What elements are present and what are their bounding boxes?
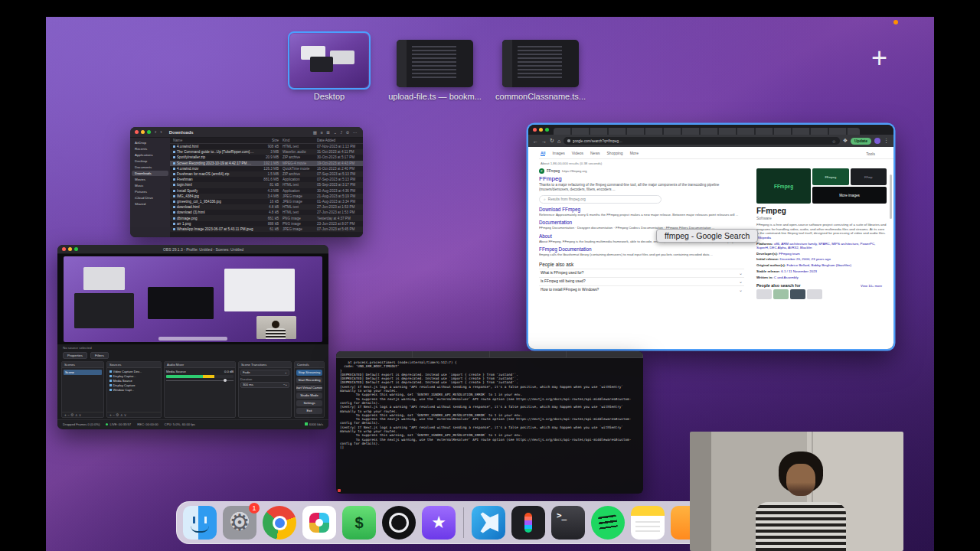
result-title-link[interactable]: FFmpeg: [539, 175, 744, 182]
space-preview[interactable]: [290, 34, 368, 87]
chevron-down-icon[interactable]: ⌄: [739, 279, 743, 284]
file-row[interactable]: Freshman for macOS (arm64).zip 1.5 MB ZI…: [170, 171, 363, 177]
dock-item[interactable]: [631, 506, 665, 540]
obs-control-button[interactable]: Settings: [296, 400, 322, 407]
file-row[interactable]: gmeeting_col_1_954336.jpg 16 kB JPEG ima…: [170, 199, 363, 204]
back-icon[interactable]: ‹: [155, 129, 156, 135]
kp-fact-value[interactable]: C and Assembly: [774, 276, 799, 279]
sidebar-item[interactable]: Documents: [132, 165, 168, 170]
knowledge-panel-images[interactable]: FFmpeg FFmpeg FFmp More images: [756, 168, 887, 204]
dock-item[interactable]: [422, 506, 456, 540]
dock-item[interactable]: [342, 506, 376, 540]
source-action-button[interactable]: Properties: [63, 352, 87, 359]
bookmark-star-icon[interactable]: ☆: [831, 139, 835, 144]
google-tools[interactable]: Tools: [866, 152, 875, 156]
file-row[interactable]: 4.unwind.mov 126.3 MB QuickTime movie 16…: [170, 166, 363, 171]
sidebar-item[interactable]: Pictures: [132, 189, 168, 194]
dock-item[interactable]: 1: [223, 506, 256, 540]
google-nav-tab[interactable]: News: [590, 151, 600, 156]
dock-item[interactable]: [511, 506, 545, 540]
volume-slider[interactable]: [166, 380, 234, 382]
obs-control-button[interactable]: Start Virtual Camera: [296, 385, 322, 392]
google-nav-tab[interactable]: All: [541, 151, 545, 156]
google-nav-tab[interactable]: Shopping: [607, 151, 623, 156]
source-item[interactable]: Window Capt...: [109, 388, 159, 393]
dock-item[interactable]: [551, 506, 585, 540]
file-row[interactable]: arr 1.png 888 kB PNG image 23-Jun-2023 a…: [170, 221, 363, 227]
people-also-ask-item[interactable]: What is FFmpeg used for? ⌄: [539, 269, 744, 277]
file-row[interactable]: IMG_4384.jpg 3.4 MB JPEG image 21-Aug-20…: [170, 194, 363, 199]
terminal-tab[interactable]: [490, 351, 567, 357]
kp-fact-value[interactable]: December 20, 2000; 23 years ago: [780, 257, 831, 261]
sub-result-link[interactable]: FFmpeg Documentation: [539, 246, 744, 252]
kp-image-tile[interactable]: FFmp: [851, 168, 887, 185]
forward-icon[interactable]: ›: [160, 129, 162, 135]
extensions-icon[interactable]: ❖: [843, 138, 848, 144]
slider-knob[interactable]: [224, 379, 227, 382]
sidebar-item[interactable]: Desktop: [132, 158, 168, 164]
chrome-tab-strip[interactable]: [528, 125, 893, 135]
file-row[interactable]: WhatsApp Image 2023-06-07 at 5.43.11 PM.…: [170, 227, 363, 232]
back-icon[interactable]: ←: [533, 139, 538, 144]
url-bar[interactable]: google.com/search?q=ffmpeg… ☆: [564, 137, 840, 145]
obs-control-button[interactable]: Start Recording: [296, 377, 322, 384]
obs-control-button[interactable]: Exit: [296, 408, 322, 415]
window-controls[interactable]: [135, 130, 151, 134]
stepper-icons[interactable]: −+: [283, 383, 287, 386]
dock-item[interactable]: [263, 506, 296, 540]
terminal-window[interactable]: at process.processTimers (node:internal/…: [336, 351, 643, 494]
reload-icon[interactable]: ↻: [550, 138, 554, 144]
scrollbar[interactable]: [890, 174, 892, 219]
more-images-button[interactable]: More images: [812, 187, 887, 204]
dock-item[interactable]: [302, 506, 336, 540]
sidebar-item[interactable]: Downloads: [132, 171, 168, 176]
google-nav-tab[interactable]: Images: [552, 151, 564, 156]
column-header[interactable]: Size: [254, 139, 279, 142]
wikipedia-link[interactable]: Wikipedia: [756, 236, 771, 240]
file-row[interactable]: Install Spotify 4.3 MB Application 30-Au…: [170, 188, 363, 194]
space-thumbnail[interactable]: commonClassname.ts...: [501, 31, 580, 101]
kp-fact-value[interactable]: x86, ARM architecture family, SPARC, MIP…: [756, 242, 875, 249]
finder-toolbar-icons[interactable]: ▦ ≡ ⊞ ⌄ ⤴ ⊘ ⋯: [313, 130, 358, 135]
kp-fact-value[interactable]: 6.1 / 11 November 2023: [781, 269, 817, 273]
obs-window[interactable]: OBS 29.1.3 - Profile: Untitled - Scenes:…: [57, 245, 328, 429]
sub-result-link[interactable]: Download FFmpeg: [539, 207, 744, 212]
terminal-tab[interactable]: [336, 351, 413, 357]
file-row[interactable]: Freshman 881.6 MB Application 07-Sep-202…: [170, 177, 363, 182]
sidebar-item[interactable]: Music: [132, 183, 168, 188]
window-controls[interactable]: [62, 247, 78, 251]
kp-fact-value[interactable]: Fabrice Bellard, Bobby Bingham (libavfil…: [787, 263, 851, 267]
kp-fact-value[interactable]: FFmpeg team: [779, 252, 799, 256]
file-row[interactable]: login.html 81 kB HTML text 05-Sep-2023 a…: [170, 182, 363, 187]
sidebar-item[interactable]: iCloud Drive: [132, 195, 168, 201]
column-header[interactable]: Kind: [279, 139, 314, 142]
google-nav-tab[interactable]: More: [630, 151, 639, 156]
sidebar-item[interactable]: AirDrop: [132, 140, 168, 145]
update-button[interactable]: Update: [851, 138, 871, 145]
duration-stepper[interactable]: 300 ms−+: [240, 382, 289, 388]
dock-item[interactable]: [591, 506, 625, 540]
file-row[interactable]: SpotifyInstaller.zip 20.9 MB ZIP archive…: [170, 155, 363, 160]
kp-image-tile[interactable]: FFmpeg: [756, 168, 811, 204]
space-preview[interactable]: [397, 40, 473, 87]
obs-control-button[interactable]: Stop Streaming: [296, 370, 322, 377]
dock-item[interactable]: [472, 506, 505, 540]
file-row[interactable]: download.html 4.8 kB HTML text 27-Jun-20…: [170, 204, 363, 210]
scene-item[interactable]: Scene: [64, 370, 102, 375]
sub-result-link[interactable]: Documentation: [539, 220, 744, 225]
file-row[interactable]: 4.unwind.html 908 kB HTML text 07-Nov-20…: [170, 144, 363, 149]
obs-control-button[interactable]: Studio Mode: [296, 393, 322, 399]
sidebar-item[interactable]: Recents: [132, 146, 168, 152]
transition-select[interactable]: Fade⌄: [240, 370, 289, 376]
space-thumbnail[interactable]: Desktop: [289, 31, 369, 101]
file-row[interactable]: download (3).html 4.8 kB HTML text 27-Ju…: [170, 210, 363, 215]
kp-image-tile[interactable]: FFmpeg: [812, 168, 848, 185]
chevron-down-icon[interactable]: ⌄: [739, 287, 743, 292]
people-also-ask-item[interactable]: Is FFmpeg still being used? ⌄: [539, 277, 744, 285]
home-icon[interactable]: ⌂: [557, 139, 560, 144]
sidebar-item[interactable]: Applications: [132, 152, 168, 158]
profile-avatar[interactable]: [874, 138, 880, 144]
space-thumbnail[interactable]: upload-file.ts — bookm...: [395, 31, 475, 101]
google-nav-tab[interactable]: Videos: [572, 151, 583, 156]
terminal-tab[interactable]: [413, 351, 489, 357]
